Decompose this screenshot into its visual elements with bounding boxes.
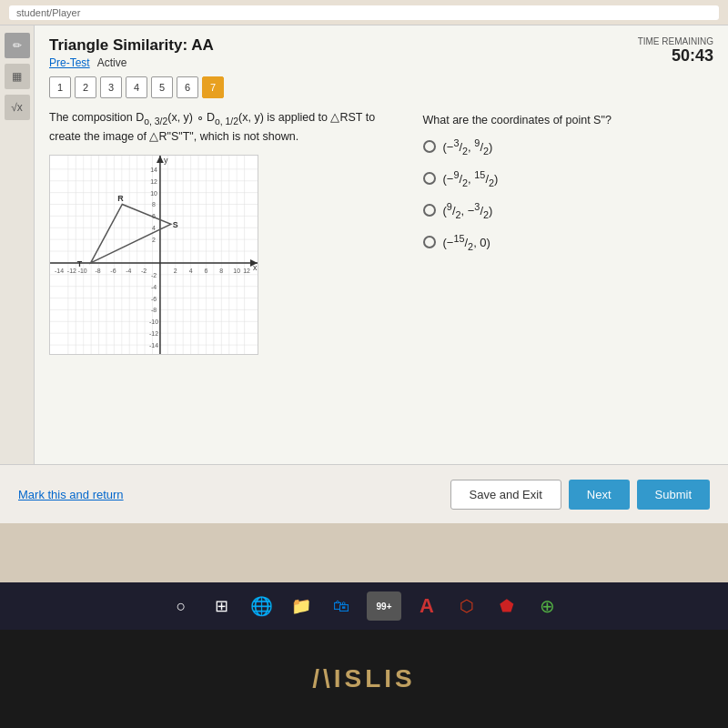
svg-text:-14: -14	[149, 342, 158, 349]
svg-text:8: 8	[219, 268, 223, 274]
option-a-text: (−3/2, 9/2)	[443, 137, 493, 157]
submit-button[interactable]: Submit	[637, 480, 710, 510]
left-column: The composition Do, 3/2(x, y) ∘ Do, 1/2(…	[49, 109, 405, 355]
brand-bar: /\ISLIS	[0, 630, 728, 728]
svg-text:-12: -12	[149, 330, 158, 337]
active-status: Active	[97, 56, 127, 69]
option-d[interactable]: (−15/2, 0)	[423, 233, 714, 252]
answer-label: What are the coordinates of point S"?	[423, 114, 714, 126]
graph-container: x y -10 -8 -6 -4 -2 2 4 6 8 10	[49, 155, 258, 355]
option-c-text: (9/2, −3/2)	[443, 201, 493, 220]
next-button[interactable]: Next	[569, 480, 630, 510]
q-num-2[interactable]: 2	[75, 76, 96, 98]
store-icon[interactable]: 🛍	[327, 592, 356, 621]
coordinate-graph: x y -10 -8 -6 -4 -2 2 4 6 8 10	[50, 156, 258, 354]
svg-text:S: S	[173, 220, 178, 229]
task-view-icon[interactable]: ⊞	[207, 592, 236, 621]
page-title: Triangle Similarity: AA	[49, 36, 214, 55]
q-num-4[interactable]: 4	[126, 76, 147, 98]
svg-text:R: R	[117, 193, 124, 202]
svg-text:-4: -4	[151, 284, 157, 290]
svg-text:4: 4	[189, 268, 193, 274]
svg-text:x: x	[253, 263, 258, 272]
browser-url: student/Player	[9, 5, 719, 20]
svg-text:-6: -6	[151, 295, 157, 301]
sidebar: ✏ ▦ √x	[0, 25, 35, 523]
save-exit-button[interactable]: Save and Exit	[450, 480, 561, 510]
svg-text:-8: -8	[95, 268, 100, 274]
pretest-link[interactable]: Pre-Test	[49, 56, 90, 69]
q-num-7[interactable]: 7	[202, 76, 224, 98]
status-row: Pre-Test Active	[49, 56, 214, 69]
sqrt-icon[interactable]: √x	[5, 95, 30, 120]
svg-text:-14: -14	[55, 268, 64, 274]
mark-return-link[interactable]: Mark this and return	[18, 488, 124, 501]
calculator-icon[interactable]: ▦	[5, 64, 30, 89]
svg-text:-4: -4	[126, 268, 131, 274]
title-block: Triangle Similarity: AA Pre-Test Active	[49, 36, 214, 69]
content-area: Triangle Similarity: AA Pre-Test Active …	[35, 25, 728, 523]
notification-badge-icon[interactable]: 99+	[367, 592, 401, 621]
svg-text:2: 2	[152, 237, 156, 243]
question-nav: 1 2 3 4 5 6 7	[49, 76, 713, 98]
timer: TIME REMAINING 50:43	[638, 36, 713, 66]
question-text: The composition Do, 3/2(x, y) ∘ Do, 1/2(…	[49, 109, 405, 146]
asus-logo: /\ISLIS	[312, 664, 416, 693]
radio-c[interactable]	[423, 204, 436, 217]
svg-text:14: 14	[150, 167, 157, 173]
radio-d[interactable]	[423, 236, 436, 248]
q-num-5[interactable]: 5	[151, 76, 173, 98]
edge-browser-icon[interactable]: 🌐	[247, 592, 276, 621]
svg-text:10: 10	[233, 268, 240, 274]
browser-bar: student/Player	[0, 0, 728, 25]
option-b-text: (−9/2, 15/2)	[443, 169, 499, 188]
radio-b[interactable]	[423, 172, 436, 185]
svg-text:y: y	[164, 156, 168, 165]
timer-label: TIME REMAINING	[638, 36, 713, 46]
svg-text:12: 12	[150, 178, 157, 185]
q-num-6[interactable]: 6	[177, 76, 198, 98]
option-b[interactable]: (−9/2, 15/2)	[423, 169, 714, 188]
bottom-bar: Mark this and return Save and Exit Next …	[0, 464, 728, 523]
q-num-3[interactable]: 3	[100, 76, 122, 98]
svg-text:4: 4	[152, 225, 156, 231]
svg-text:-6: -6	[110, 268, 116, 274]
svg-text:-12: -12	[67, 268, 76, 274]
right-column: What are the coordinates of point S"? (−…	[423, 109, 714, 355]
svg-text:-10: -10	[149, 318, 158, 325]
svg-text:T: T	[77, 259, 83, 268]
svg-text:8: 8	[152, 201, 156, 207]
bottom-buttons: Save and Exit Next Submit	[450, 480, 710, 510]
xbox-icon[interactable]: ⊕	[532, 592, 561, 621]
svg-text:10: 10	[150, 189, 157, 196]
svg-text:6: 6	[205, 268, 208, 274]
question-columns: The composition Do, 3/2(x, y) ∘ Do, 1/2(…	[49, 109, 713, 355]
svg-text:12: 12	[243, 268, 250, 274]
svg-text:2: 2	[174, 268, 177, 274]
radio-a[interactable]	[423, 140, 436, 153]
taskbar: ○ ⊞ 🌐 📁 🛍 99+ A ⬡ ⬟ ⊕	[0, 582, 728, 630]
q-num-1[interactable]: 1	[49, 76, 71, 98]
option-a[interactable]: (−3/2, 9/2)	[423, 137, 714, 157]
game-icon[interactable]: ⬟	[492, 592, 521, 621]
options-list: (−3/2, 9/2) (−9/2, 15/2)	[423, 137, 714, 252]
main-content: ✏ ▦ √x Triangle Similarity: AA Pre-Test …	[0, 25, 728, 523]
app-a-icon[interactable]: A	[412, 592, 441, 621]
windows-search-icon[interactable]: ○	[167, 592, 196, 621]
option-c[interactable]: (9/2, −3/2)	[423, 201, 714, 220]
option-d-text: (−15/2, 0)	[443, 233, 490, 252]
office-icon[interactable]: ⬡	[452, 592, 481, 621]
svg-text:-2: -2	[141, 268, 147, 274]
file-explorer-icon[interactable]: 📁	[287, 592, 316, 621]
pencil-icon[interactable]: ✏	[5, 33, 30, 58]
timer-value: 50:43	[638, 46, 713, 66]
screen: student/Player ✏ ▦ √x Triangle Similarit…	[0, 0, 728, 582]
svg-text:-8: -8	[151, 307, 157, 313]
page-header: Triangle Similarity: AA Pre-Test Active …	[49, 36, 713, 69]
svg-text:-2: -2	[151, 272, 157, 278]
